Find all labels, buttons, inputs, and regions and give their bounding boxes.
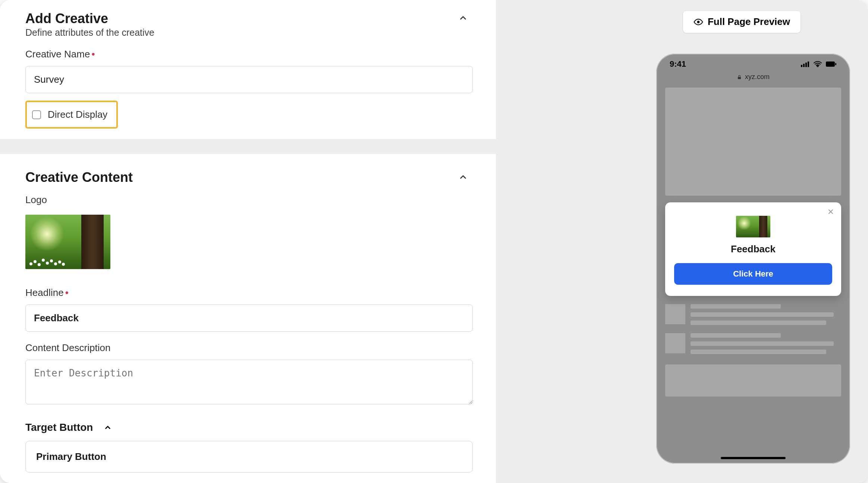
svg-rect-3	[805, 63, 807, 67]
collapse-add-creative-button[interactable]	[456, 10, 471, 25]
creative-content-card: Creative Content Logo Headline• Content …	[0, 154, 496, 483]
phone-preview: 9:41 xyz.com Feedback	[656, 54, 850, 464]
modal-close-button[interactable]	[825, 207, 836, 217]
collapse-creative-content-button[interactable]	[456, 170, 471, 184]
skeleton-row	[665, 304, 841, 325]
content-description-label: Content Description	[25, 342, 471, 354]
chevron-up-icon	[458, 13, 468, 23]
add-creative-card: Add Creative Define attributes of the cr…	[0, 0, 496, 139]
page-subtitle: Define attributes of the creative	[25, 27, 154, 38]
headline-label: Headline•	[25, 287, 471, 299]
signal-icon	[801, 61, 810, 67]
skeleton-hero	[665, 88, 841, 196]
target-button-title: Target Button	[25, 422, 93, 433]
chevron-up-icon	[104, 423, 112, 432]
modal-title: Feedback	[674, 243, 832, 255]
primary-button-title: Primary Button	[36, 451, 462, 463]
battery-icon	[825, 61, 837, 67]
lock-icon	[737, 75, 742, 80]
svg-rect-4	[808, 61, 809, 67]
url-bar: xyz.com	[656, 73, 850, 81]
close-icon	[827, 208, 834, 215]
skeleton-row	[665, 333, 841, 354]
direct-display-checkbox[interactable]	[32, 110, 41, 119]
page-title: Add Creative	[25, 10, 154, 26]
wifi-icon	[814, 61, 822, 67]
skeleton-block	[665, 364, 841, 397]
svg-rect-6	[835, 63, 836, 65]
creative-name-label: Creative Name•	[25, 48, 471, 60]
svg-rect-7	[738, 77, 741, 79]
status-icons	[801, 61, 837, 67]
eye-icon	[694, 17, 703, 27]
direct-display-highlight: Direct Display	[25, 101, 118, 129]
preview-modal: Feedback Click Here	[665, 202, 841, 296]
modal-image	[736, 216, 770, 237]
status-time: 9:41	[670, 59, 686, 69]
logo-label: Logo	[25, 194, 471, 206]
logo-image[interactable]	[25, 215, 110, 269]
chevron-up-icon	[458, 172, 468, 182]
svg-rect-5	[826, 61, 835, 67]
creative-content-title: Creative Content	[25, 170, 133, 185]
headline-input[interactable]	[25, 304, 473, 332]
full-page-preview-button[interactable]: Full Page Preview	[683, 10, 801, 33]
modal-cta-button[interactable]: Click Here	[674, 263, 832, 285]
svg-point-0	[697, 20, 699, 23]
primary-button-card: Primary Button	[25, 441, 473, 473]
direct-display-label: Direct Display	[48, 109, 107, 120]
svg-rect-2	[803, 64, 805, 67]
svg-rect-1	[801, 65, 802, 67]
creative-name-input[interactable]	[25, 66, 473, 93]
collapse-target-button[interactable]	[102, 422, 114, 433]
content-description-textarea[interactable]	[25, 360, 473, 404]
home-indicator	[721, 457, 786, 459]
